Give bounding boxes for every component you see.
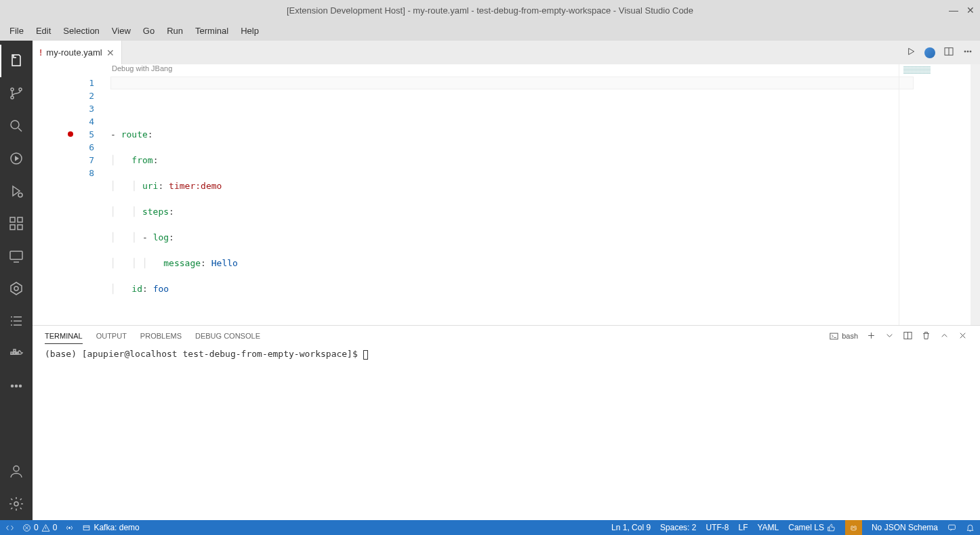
editor-tabs: ! my-route.yaml ✕ [33, 41, 980, 64]
activity-settings[interactable] [0, 488, 33, 520]
menu-terminal[interactable]: Terminal [190, 24, 234, 37]
bell-icon [966, 523, 975, 532]
editor-more-button[interactable] [962, 46, 973, 59]
activity-docker[interactable] [0, 337, 33, 370]
language-indicator[interactable]: YAML [757, 523, 779, 532]
current-line-highlight [110, 77, 914, 89]
remote-icon [5, 523, 14, 532]
problems-indicator[interactable]: 0 0 [22, 523, 57, 532]
activity-extensions[interactable] [0, 207, 33, 240]
broadcast-icon [65, 523, 74, 532]
svg-point-20 [14, 466, 19, 471]
play-icon [905, 46, 916, 57]
svg-point-18 [16, 385, 18, 387]
svg-point-19 [20, 385, 22, 387]
code-editor[interactable]: Debug with JBang 1 2 3 4 5 6 7 8 - route… [33, 64, 980, 325]
menu-view[interactable]: View [106, 24, 136, 37]
yaml-file-icon: ! [39, 47, 42, 58]
activity-debug-alt[interactable] [0, 175, 33, 207]
search-icon [8, 118, 24, 134]
svg-point-12 [14, 286, 18, 291]
list-icon [8, 313, 24, 329]
ellipsis-icon [962, 46, 973, 57]
status-bar: 0 0 Kafka: demo Ln 1, Col 9 Spaces: 2 UT… [0, 520, 980, 535]
account-icon [8, 463, 24, 479]
svg-marker-11 [11, 282, 22, 295]
svg-rect-33 [949, 525, 956, 530]
svg-point-25 [970, 51, 971, 52]
feedback-button[interactable] [947, 523, 956, 532]
split-editor-button[interactable] [943, 46, 954, 59]
extensions-icon [8, 215, 24, 232]
tab-label: my-route.yaml [46, 47, 102, 58]
camel-ls-indicator[interactable]: Camel LS [788, 523, 836, 532]
minimize-button[interactable]: — [949, 5, 958, 16]
activity-account[interactable] [0, 455, 33, 488]
trash-icon [921, 330, 931, 341]
svg-rect-30 [84, 526, 90, 530]
json-schema-indicator[interactable]: No JSON Schema [872, 523, 938, 532]
activity-run-debug[interactable] [0, 142, 33, 175]
line-gutter[interactable]: 1 2 3 4 5 6 7 8 [33, 64, 110, 325]
files-icon [8, 53, 24, 69]
kafka-indicator[interactable]: Kafka: demo [82, 523, 139, 532]
panel-tab-terminal[interactable]: TERMINAL [45, 328, 83, 344]
menu-help[interactable]: Help [235, 24, 264, 37]
overview-ruler[interactable] [971, 64, 980, 325]
maximize-panel-button[interactable] [939, 330, 950, 342]
activity-bar [0, 41, 33, 520]
line-number: 7 [33, 154, 110, 167]
svg-point-31 [851, 526, 853, 528]
run-button[interactable] [905, 46, 916, 59]
ports-indicator[interactable] [65, 523, 74, 532]
svg-point-3 [11, 121, 19, 129]
activity-list[interactable] [0, 305, 33, 337]
breakpoint[interactable]: 5 [33, 128, 110, 141]
remote-indicator[interactable] [5, 523, 14, 532]
minimap[interactable] [899, 64, 980, 325]
close-icon [958, 330, 968, 341]
notifications-button[interactable] [966, 523, 975, 532]
activity-remote[interactable] [0, 240, 33, 272]
close-panel-button[interactable] [958, 330, 968, 342]
encoding-indicator[interactable]: UTF-8 [706, 523, 729, 532]
svg-point-32 [854, 526, 856, 528]
debug-icon [8, 150, 24, 167]
menu-selection[interactable]: Selection [58, 24, 104, 37]
split-icon [903, 330, 913, 341]
cursor-position[interactable]: Ln 1, Col 9 [611, 523, 651, 532]
svg-point-23 [964, 51, 966, 52]
code-content[interactable]: - route: │ from: │ │ uri: timer:demo │ │… [110, 64, 899, 325]
svg-point-1 [11, 96, 14, 99]
split-terminal-button[interactable] [903, 330, 913, 342]
svg-rect-8 [10, 225, 15, 230]
svg-point-24 [967, 51, 968, 52]
eol-indicator[interactable]: LF [738, 523, 748, 532]
close-button[interactable]: ✕ [966, 5, 975, 16]
camel-action-icon[interactable] [924, 47, 935, 58]
menu-run[interactable]: Run [161, 24, 188, 37]
activity-scm[interactable] [0, 77, 33, 110]
window-title: [Extension Development Host] - my-route.… [287, 5, 693, 16]
menu-file[interactable]: File [4, 24, 29, 37]
svg-point-2 [19, 88, 22, 91]
feedback-icon [947, 523, 956, 532]
menu-edit[interactable]: Edit [30, 24, 56, 37]
docker-icon [8, 345, 24, 362]
tab-my-route[interactable]: ! my-route.yaml ✕ [33, 41, 122, 64]
copilot-indicator[interactable] [845, 520, 862, 535]
title-bar: [Extension Development Host] - my-route.… [0, 0, 980, 20]
menu-go[interactable]: Go [138, 24, 160, 37]
svg-rect-10 [10, 251, 22, 259]
tab-close-button[interactable]: ✕ [106, 47, 115, 58]
activity-more[interactable] [0, 370, 33, 402]
line-number: 6 [33, 141, 110, 154]
activity-search[interactable] [0, 110, 33, 142]
chevron-up-icon [939, 330, 950, 341]
svg-point-0 [11, 88, 14, 91]
activity-kubernetes[interactable] [0, 272, 33, 305]
kill-terminal-button[interactable] [921, 330, 931, 342]
indentation-indicator[interactable]: Spaces: 2 [660, 523, 696, 532]
warning-icon [41, 523, 50, 532]
activity-explorer[interactable] [0, 45, 33, 77]
